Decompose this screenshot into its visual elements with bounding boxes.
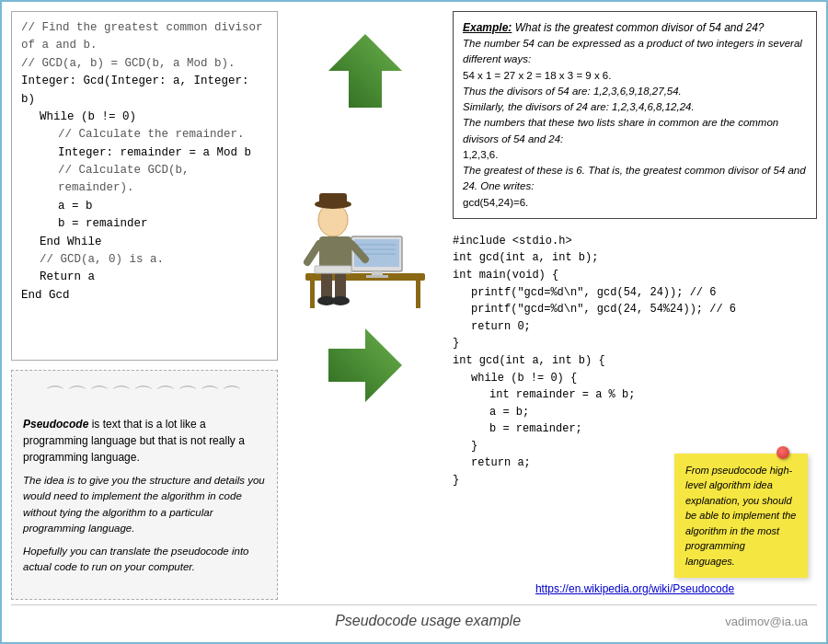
example-line4: The numbers that these two lists share i… (463, 115, 807, 147)
sticky-pin-icon (776, 446, 789, 459)
pseudo-line-3: Integer: Gcd(Integer: a, Integer: b) (21, 73, 268, 109)
svg-marker-0 (328, 34, 402, 108)
wavy-decoration: ⌒⌒⌒⌒⌒⌒⌒⌒⌒ (23, 380, 266, 410)
c-line-7: } (453, 335, 817, 352)
arrow-left-icon (310, 29, 420, 112)
pseudo-line-9: b = remainder (21, 215, 268, 233)
c-line-10: int remainder = a % b; (453, 386, 817, 404)
pseudocode-term: Pseudocode (23, 418, 88, 431)
c-line-5: printf("gcd=%d\n", gcd(24, 54%24)); // 6 (453, 301, 817, 318)
pseudo-line-1: // Find the greatest common divisor of a… (21, 19, 268, 55)
example-line3: Similarly, the divisors of 24 are: 1,2,3… (463, 99, 807, 115)
c-line-6: return 0; (453, 318, 817, 336)
example-header: Example: What is the greatest common div… (463, 19, 807, 36)
example-line2: Thus the divisors of 54 are: 1,2,3,6,9,1… (463, 84, 807, 99)
c-line-1: #include <stdio.h> (453, 233, 817, 250)
pseudo-line-11: // GCD(a, 0) is a. (21, 251, 268, 269)
svg-point-20 (331, 296, 350, 305)
example-box: Example: What is the greatest common div… (453, 11, 817, 219)
bottom-bar: Pseudocode usage example vadimov@ia.ua (11, 604, 817, 633)
svg-marker-22 (328, 328, 402, 402)
arrow-area (287, 11, 443, 600)
c-line-11: a = b; (453, 404, 817, 421)
character-svg (296, 163, 434, 310)
arrows-container (296, 29, 434, 407)
svg-rect-7 (366, 275, 388, 278)
pseudo-line-2: // GCD(a, b) = GCD(b, a Mod b). (21, 55, 268, 73)
c-line-4: printf("gcd=%d\n", gcd(54, 24)); // 6 (453, 284, 817, 302)
pseudo-line-4: While (b != 0) (21, 109, 268, 126)
pseudo-line-7: // Calculate GCD(b, remainder). (21, 162, 268, 198)
c-line-12: b = remainder; (453, 420, 817, 438)
definition-text2: The idea is to give you the structure an… (23, 473, 266, 536)
example-line5: 1,2,3,6. (463, 147, 807, 163)
definition-text: Pseudocode is text that is a lot like a … (23, 416, 266, 466)
c-line-9: while (b != 0) { (453, 370, 817, 387)
left-column: // Find the greatest common divisor of a… (11, 11, 278, 600)
url-area: https://en.wikipedia.org/wiki/Pseudocode (453, 576, 817, 600)
c-line-8: int gcd(int a, int b) { (453, 352, 817, 370)
example-question: What is the greatest common divisor of 5… (515, 21, 765, 34)
pseudo-line-10: End While (21, 234, 268, 251)
pseudocode-box: // Find the greatest common divisor of a… (11, 11, 278, 361)
arrow-right-icon (310, 324, 420, 407)
c-line-2: int gcd(int a, int b); (453, 249, 817, 267)
pseudo-line-8: a = b (21, 198, 268, 215)
example-line1: 54 x 1 = 27 x 2 = 18 x 3 = 9 x 6. (463, 68, 807, 84)
character-illustration (296, 126, 434, 310)
page-title: Pseudocode usage example (131, 613, 725, 629)
example-label: Example: (463, 21, 512, 34)
svg-rect-3 (416, 281, 420, 308)
example-text1: The number 54 can be expressed as a prod… (463, 36, 807, 68)
svg-line-16 (307, 244, 319, 262)
url-link[interactable]: https://en.wikipedia.org/wiki/Pseudocode (535, 582, 734, 595)
pseudo-line-12: Return a (21, 269, 268, 286)
example-line6: The greatest of these is 6. That is, the… (463, 163, 807, 195)
definition-text3: Hopefully you can translate the pseudoco… (23, 544, 266, 576)
sticky-text: From pseudocode high-level algorithm ide… (685, 465, 796, 567)
pseudo-line-5: // Calculate the remainder. (21, 126, 268, 144)
c-line-3: int main(void) { (453, 267, 817, 284)
pseudo-line-13: End Gcd (21, 287, 268, 305)
definition-box: ⌒⌒⌒⌒⌒⌒⌒⌒⌒ Pseudocode is text that is a l… (11, 370, 278, 600)
svg-rect-2 (310, 281, 315, 308)
pseudo-line-6: Integer: remainder = a Mod b (21, 144, 268, 162)
example-line7: gcd(54,24)=6. (463, 195, 807, 211)
author-label: vadimov@ia.ua (725, 615, 808, 628)
svg-rect-13 (319, 193, 347, 207)
sticky-note: From pseudocode high-level algorithm ide… (674, 454, 808, 579)
svg-rect-21 (315, 266, 351, 273)
